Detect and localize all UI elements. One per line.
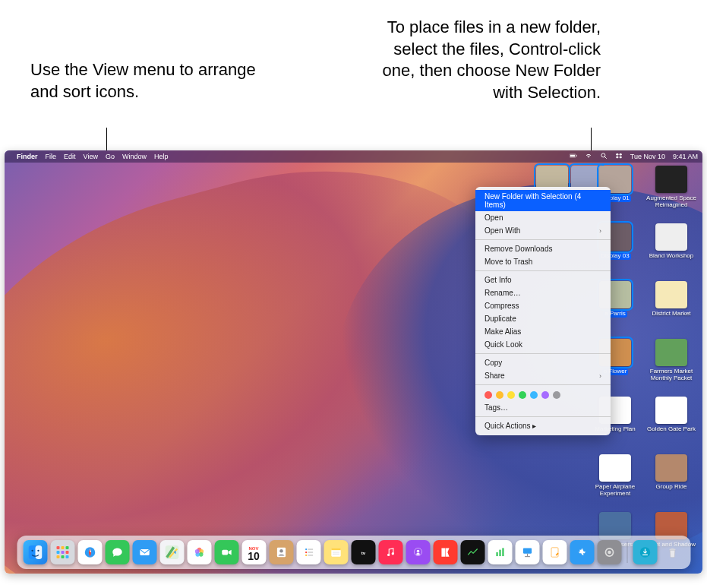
menubar-date[interactable]: Tue Nov 10 [630, 153, 665, 160]
cm-get-info[interactable]: Get Info [475, 273, 611, 286]
desktop-icon[interactable]: Farmers Market Monthly Packet [645, 339, 698, 394]
cm-separator [475, 384, 611, 385]
cm-separator [475, 353, 611, 354]
dock-contacts-icon[interactable] [269, 540, 293, 564]
dock-keynote-icon[interactable] [515, 540, 539, 564]
svg-point-48 [387, 554, 390, 556]
tag-color-dot[interactable] [496, 391, 503, 399]
desktop-icon[interactable]: District Market [645, 281, 698, 336]
dock-pages-icon[interactable] [542, 540, 567, 564]
dock-news-icon[interactable] [433, 540, 457, 564]
svg-rect-42 [308, 555, 313, 555]
dock-music-icon[interactable] [378, 540, 402, 564]
tag-color-dot[interactable] [530, 391, 538, 399]
svg-rect-57 [525, 556, 530, 557]
tag-color-dot[interactable] [507, 391, 515, 399]
svg-rect-20 [61, 555, 64, 558]
desktop-icon[interactable]: Golden Gate Park [645, 397, 698, 451]
svg-rect-33 [222, 550, 228, 555]
tag-color-dot[interactable] [484, 391, 492, 399]
tag-color-dot[interactable] [553, 391, 560, 399]
dock-maps-icon[interactable] [159, 540, 184, 564]
svg-rect-55 [522, 548, 531, 553]
desktop-icon-label: Group Ride [656, 484, 687, 491]
svg-rect-52 [496, 552, 497, 556]
dock-mail-icon[interactable] [132, 540, 156, 564]
svg-point-36 [279, 549, 283, 553]
dock-facetime-icon[interactable] [214, 540, 238, 564]
cm-separator [475, 270, 611, 271]
dock-downloads-icon[interactable] [633, 540, 657, 564]
svg-rect-54 [502, 548, 503, 556]
cm-separator [475, 416, 611, 417]
cm-copy[interactable]: Copy [475, 356, 611, 369]
dock-appstore-icon[interactable] [570, 540, 594, 564]
svg-rect-44 [331, 548, 340, 550]
dock-messages-icon[interactable] [105, 540, 129, 564]
tag-color-dot[interactable] [519, 391, 526, 399]
dock-trash-icon[interactable] [660, 540, 684, 564]
cm-open[interactable]: Open [475, 211, 611, 224]
app-menu[interactable]: Finder [17, 153, 38, 160]
svg-line-4 [604, 156, 607, 159]
svg-rect-5 [616, 153, 618, 156]
svg-point-32 [194, 549, 199, 554]
cm-quick-look[interactable]: Quick Look [475, 338, 611, 351]
cm-make-alias[interactable]: Make Alias [475, 325, 611, 338]
cm-quick-actions[interactable]: Quick Actions ▸ [475, 419, 611, 432]
menu-edit[interactable]: Edit [64, 153, 76, 160]
desktop-icon-label: Augmented Space Reimagined [645, 195, 697, 209]
cm-new-folder-with-selection[interactable]: New Folder with Selection (4 Items) [475, 190, 611, 211]
cm-rename[interactable]: Rename… [475, 286, 611, 299]
svg-rect-64 [671, 548, 673, 548]
cm-open-with[interactable]: Open With› [475, 224, 611, 237]
menu-file[interactable]: File [46, 153, 57, 160]
menu-help[interactable]: Help [154, 153, 169, 160]
file-thumb-icon [655, 223, 687, 251]
cm-tags[interactable]: Tags… [475, 401, 611, 414]
control-center-icon[interactable] [615, 152, 623, 161]
menu-window[interactable]: Window [122, 153, 147, 160]
dock-photos-icon[interactable] [187, 540, 211, 564]
wifi-icon[interactable] [585, 152, 592, 161]
dock-stocks-icon[interactable] [460, 540, 484, 564]
menu-view[interactable]: View [84, 153, 98, 160]
desktop-icon[interactable]: Augmented Space Reimagined [645, 166, 698, 220]
dock-notes-icon[interactable] [324, 540, 348, 564]
dock-tv-icon[interactable]: tv [351, 540, 375, 564]
cm-remove-downloads[interactable]: Remove Downloads [475, 242, 611, 255]
svg-rect-17 [61, 551, 64, 554]
dock-numbers-icon[interactable] [488, 540, 512, 564]
desktop-icon[interactable]: Paper Airplane Experiment [589, 454, 642, 509]
svg-point-39 [305, 552, 307, 553]
file-thumb-icon [655, 166, 687, 193]
menu-go[interactable]: Go [106, 153, 115, 160]
dock: NOV10tv [17, 536, 690, 569]
cm-compress[interactable]: Compress [475, 299, 611, 312]
menubar-time[interactable]: 9:41 AM [673, 153, 698, 160]
dock-launchpad-icon[interactable] [50, 540, 74, 564]
dock-calendar-icon[interactable]: NOV10 [241, 540, 266, 564]
dock-safari-icon[interactable] [77, 540, 102, 564]
svg-rect-16 [56, 551, 59, 554]
tag-color-dot[interactable] [541, 391, 549, 399]
dock-settings-icon[interactable] [597, 540, 621, 564]
svg-point-37 [305, 548, 307, 550]
desktop-icon[interactable]: Bland Workshop [645, 223, 698, 278]
dock-separator [627, 542, 627, 563]
svg-point-50 [416, 550, 418, 552]
spotlight-icon[interactable] [600, 152, 608, 161]
svg-point-60 [608, 551, 611, 555]
dock-podcasts-icon[interactable] [406, 540, 430, 564]
svg-text:tv: tv [361, 550, 365, 555]
battery-icon[interactable] [570, 152, 577, 161]
svg-rect-21 [65, 555, 68, 558]
cm-duplicate[interactable]: Duplicate [475, 312, 611, 325]
dock-finder-icon[interactable] [23, 540, 47, 564]
desktop-icon[interactable]: Group Ride [645, 454, 698, 509]
cm-tag-colors[interactable] [475, 387, 611, 401]
cm-share[interactable]: Share› [475, 369, 611, 382]
dock-reminders-icon[interactable] [296, 540, 320, 564]
cm-move-to-trash[interactable]: Move to Trash [475, 255, 611, 268]
svg-rect-13 [56, 546, 59, 549]
